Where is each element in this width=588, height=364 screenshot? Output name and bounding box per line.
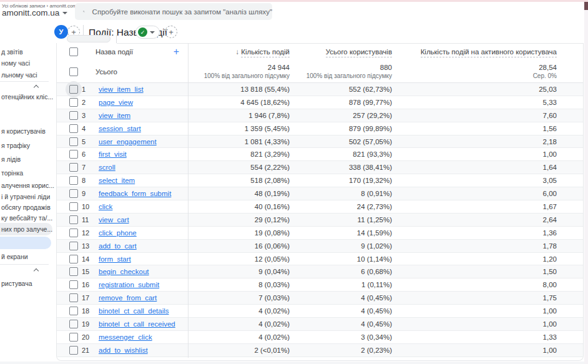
- sidebar-item[interactable]: отенційних кліс...: [0, 91, 53, 103]
- add-filter-button[interactable]: +: [165, 26, 177, 38]
- sidebar-item[interactable]: ному часі: [0, 57, 30, 69]
- sidebar-item[interactable]: й екрани: [0, 250, 28, 263]
- sidebar-item-selected[interactable]: [0, 237, 51, 249]
- event-name-link[interactable]: session_start: [99, 125, 141, 132]
- event-name-link[interactable]: view_item: [99, 112, 130, 119]
- event-name-link[interactable]: binotel_ct_call_received: [99, 320, 175, 328]
- sidebar-item[interactable]: д звітів: [0, 46, 23, 58]
- sidebar-item[interactable]: ристувача: [0, 277, 32, 290]
- row-checkbox[interactable]: [69, 293, 78, 302]
- table-row: 18 binotel_ct_call_details 4 (0,02%) 4 (…: [57, 305, 583, 318]
- row-index: 14: [82, 255, 94, 263]
- column-header-total-users[interactable]: Усього користувачів: [326, 48, 392, 57]
- event-name-link[interactable]: click: [99, 203, 112, 210]
- event-name-link[interactable]: page_view: [99, 99, 133, 106]
- event-name-link[interactable]: user_engagement: [99, 138, 157, 145]
- row-checkbox[interactable]: [69, 189, 78, 198]
- sidebar-item[interactable]: алучення корис...: [0, 179, 54, 192]
- row-checkbox[interactable]: [69, 124, 78, 133]
- event-name-link[interactable]: form_start: [99, 255, 131, 263]
- row-checkbox[interactable]: [69, 333, 78, 342]
- event-count-cell: 8 (0,03%): [188, 281, 292, 288]
- event-name-link[interactable]: messenger_click: [99, 333, 152, 341]
- totals-checkbox[interactable]: [69, 67, 78, 76]
- event-name-link[interactable]: feedback_form_submit: [99, 190, 171, 197]
- event-name-link[interactable]: binotel_ct_call_details: [99, 307, 169, 315]
- add-dimension-icon[interactable]: +: [174, 46, 179, 57]
- row-checkbox[interactable]: [69, 137, 78, 146]
- total-users-cell: 170 (19,32%): [292, 177, 396, 184]
- total-users-cell: 9 (1,02%): [292, 242, 396, 250]
- totals-per-user-sub: Сер. 0%: [396, 72, 557, 79]
- event-name-link[interactable]: add_to_wishlist: [99, 347, 148, 354]
- column-header-event-count[interactable]: Кількість подій: [241, 48, 290, 57]
- sidebar-item[interactable]: них про залуче...: [0, 223, 52, 235]
- event-name-link[interactable]: select_item: [99, 177, 135, 184]
- row-checkbox[interactable]: [69, 215, 78, 224]
- event-name-link[interactable]: remove_from_cart: [99, 294, 157, 302]
- scrollbar-thumb[interactable]: [584, 2, 588, 10]
- event-name-link[interactable]: click_phone: [99, 229, 137, 237]
- event-name-link[interactable]: first_visit: [99, 150, 127, 158]
- row-checkbox[interactable]: [69, 176, 78, 185]
- dimension-filter-chip[interactable]: ✓: [135, 26, 160, 39]
- row-checkbox[interactable]: [69, 150, 78, 159]
- table-row: 14 form_start 12 (0,05%) 10 (1,14%) 1,20: [57, 253, 583, 266]
- sort-desc-icon[interactable]: ↓: [235, 48, 239, 56]
- events-per-user-cell: 1,75: [396, 294, 583, 302]
- table-row: 15 begin_checkout 9 (0,04%) 6 (0,68%) 1,…: [57, 265, 583, 278]
- sidebar-item[interactable]: льному часі: [0, 69, 37, 81]
- event-name-link[interactable]: scroll: [99, 164, 115, 171]
- row-index: 4: [82, 125, 94, 132]
- table-row: 8 select_item 518 (2,08%) 170 (19,32%) 3…: [57, 174, 583, 187]
- collapse-section-button[interactable]: [30, 267, 42, 275]
- chevron-up-icon: [34, 268, 39, 273]
- event-name-link[interactable]: view_cart: [99, 216, 129, 224]
- comparison-avatar[interactable]: У: [54, 25, 68, 39]
- events-per-user-cell: 1,33: [396, 333, 583, 341]
- row-checkbox[interactable]: [69, 255, 78, 263]
- totals-event-count: 24 944: [188, 64, 290, 71]
- sidebar-item[interactable]: я лідів: [0, 153, 21, 165]
- row-checkbox[interactable]: [69, 242, 78, 250]
- events-per-user-cell: 1,00: [396, 150, 583, 158]
- property-selector[interactable]: amonitt.com.ua: [2, 8, 67, 17]
- sidebar-item[interactable]: я користувачів: [0, 125, 46, 137]
- sidebar-item[interactable]: торінка: [0, 167, 23, 179]
- row-checkbox[interactable]: [69, 111, 78, 120]
- select-all-checkbox[interactable]: [69, 47, 78, 56]
- event-name-link[interactable]: add_to_cart: [99, 242, 137, 250]
- event-name-link[interactable]: registration_submit: [99, 281, 159, 288]
- sidebar-item[interactable]: я трафіку: [0, 139, 30, 152]
- vertical-scrollbar[interactable]: [584, 2, 588, 364]
- search-icon: [83, 7, 85, 16]
- clipped-chip-fragment: [67, 35, 110, 42]
- row-checkbox[interactable]: [69, 163, 78, 172]
- event-name-link[interactable]: view_item_list: [99, 86, 144, 93]
- sidebar-item[interactable]: ку вебсайту та/...: [0, 212, 52, 224]
- column-header-events-per-user[interactable]: Кількість подій на активного користувача: [421, 48, 557, 57]
- row-checkbox[interactable]: [69, 280, 78, 289]
- event-count-cell: 1 359 (5,45%): [188, 125, 292, 132]
- row-checkbox[interactable]: [69, 307, 78, 315]
- row-index: 8: [82, 177, 94, 184]
- event-count-cell: 4 (0,02%): [188, 333, 292, 341]
- row-checkbox[interactable]: [69, 320, 78, 328]
- row-checkbox[interactable]: [69, 346, 78, 355]
- total-users-cell: 4 (0,45%): [292, 294, 396, 302]
- event-count-cell: 1 081 (4,33%): [188, 138, 292, 145]
- row-checkbox[interactable]: [69, 267, 78, 276]
- total-users-cell: 879 (99,89%): [292, 125, 396, 132]
- row-checkbox[interactable]: [69, 98, 78, 107]
- event-count-cell: 2 (<0,01%): [188, 347, 292, 354]
- sidebar-item-label: них про залуче...: [0, 225, 52, 233]
- row-checkbox[interactable]: [69, 202, 78, 211]
- event-name-link[interactable]: begin_checkout: [99, 268, 149, 275]
- total-users-cell: 4 (0,45%): [292, 307, 396, 315]
- row-checkbox[interactable]: [69, 85, 78, 94]
- search-input[interactable]: Спробуйте виконати пошук за запитом "ана…: [75, 3, 272, 20]
- totals-users: 880: [292, 64, 392, 71]
- row-checkbox[interactable]: [69, 229, 78, 237]
- sidebar-item-label: льному часі: [0, 71, 37, 79]
- totals-label: Усього: [96, 68, 117, 76]
